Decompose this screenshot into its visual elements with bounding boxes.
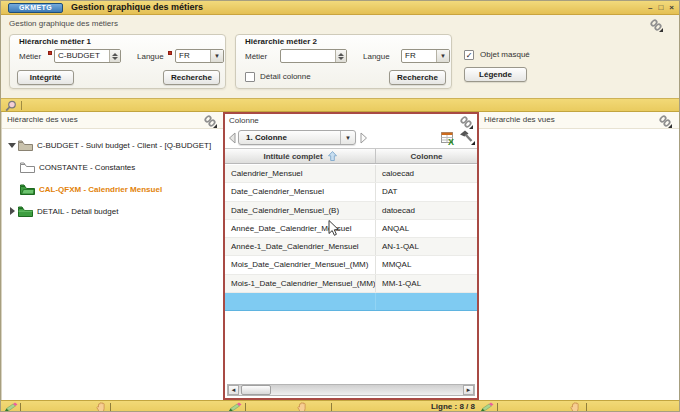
link-icon[interactable] — [459, 115, 473, 129]
tree-item-c-budget[interactable]: C-BUDGET - Suivi budget - Client - [Q-BU… — [2, 135, 223, 155]
edit-pencil-icon — [4, 402, 18, 412]
recherche-button-2[interactable]: Recherche — [389, 70, 446, 85]
detail-colonne-label: Détail colonne — [260, 70, 311, 84]
hand-pan-icon — [96, 402, 107, 412]
divider — [331, 403, 332, 411]
divider — [20, 403, 21, 411]
link-icon[interactable] — [658, 114, 672, 128]
status-bar: Ligne : 8 / 8 — [1, 400, 679, 412]
panel-title: Hiérarchie des vues — [484, 112, 555, 128]
objet-masque-checkbox[interactable]: ✓ — [464, 50, 474, 60]
chevron-down-icon[interactable]: ▼ — [210, 50, 223, 62]
table-row[interactable]: Année_Date_Calendrier_Mensuel ANQAL — [225, 220, 477, 238]
search-icon[interactable] — [5, 100, 17, 112]
spinner-icon[interactable] — [109, 50, 120, 62]
required-marker-icon — [48, 51, 52, 55]
folder-gray-icon — [18, 140, 33, 151]
selector-value: 1. Colonne — [239, 131, 340, 144]
close-button[interactable]: × — [669, 3, 674, 12]
horizontal-scrollbar[interactable]: ◄ ► — [227, 384, 475, 396]
row-counter: Ligne : 8 / 8 — [401, 401, 475, 412]
recherche-button-1[interactable]: Recherche — [163, 70, 220, 85]
minimize-button[interactable]: – — [648, 3, 652, 12]
edit-pencil-icon — [228, 402, 242, 412]
table-row[interactable]: Mois-1_Date_Calendrier_Mensuel_(MM) MM-1… — [225, 275, 477, 293]
table-row[interactable]: Date_Calendrier_Mensuel DAT — [225, 183, 477, 201]
colonne-panel: Colonne 1. Colonne ▼ — [223, 112, 479, 400]
divider — [586, 403, 587, 411]
link-icon[interactable] — [649, 18, 663, 32]
legende-button[interactable]: Légende — [464, 67, 527, 82]
langue-value: FR — [176, 50, 210, 62]
edit-pencil-icon — [480, 402, 494, 412]
maximize-button[interactable]: □ — [658, 3, 663, 12]
metier-label: Métier — [245, 50, 267, 64]
table-row[interactable]: Calendrier_Mensuel caloecad — [225, 165, 477, 183]
tree-item-label: DETAIL - Détail budget — [37, 207, 118, 216]
next-arrow-icon[interactable] — [360, 132, 368, 144]
check-icon: ✓ — [466, 51, 473, 60]
tree-item-detail[interactable]: DETAIL - Détail budget — [2, 201, 223, 221]
table-row[interactable]: Année-1_Date_Calendrier_Mensuel AN-1-QAL — [225, 238, 477, 256]
colonne-selector-dropdown[interactable]: 1. Colonne ▼ — [238, 130, 356, 145]
integrite-button[interactable]: Intégrité — [17, 70, 74, 85]
objet-masque-label: Objet masqué — [480, 48, 530, 62]
groupbox-hierarchie-metier-1: Hiérarchie métier 1 Métier C-BUDGET Lang… — [9, 34, 226, 89]
langue-combobox[interactable]: FR ▼ — [175, 49, 224, 63]
column-header-colonne[interactable]: Colonne — [376, 149, 477, 163]
menubar: Gestion graphique des métiers — [1, 16, 679, 32]
table-header: Intitulé complet Colonne — [225, 148, 477, 164]
folder-green-icon — [20, 184, 35, 195]
metier-combobox-2[interactable] — [280, 49, 347, 63]
tree-item-label-selected: CAL-QFXM - Calendrier Mensuel — [39, 185, 162, 194]
chevron-down-icon[interactable]: ▼ — [436, 50, 449, 62]
metier-value: C-BUDGET — [55, 50, 109, 62]
table-row[interactable]: Date_Calendrier_Mensuel_(B) datoecad — [225, 202, 477, 220]
left-views-panel: Hiérarchie des vues C-BUDGET - Suivi bud… — [1, 112, 223, 400]
spinner-icon[interactable] — [335, 50, 346, 62]
export-excel-icon[interactable]: X — [441, 131, 456, 145]
scroll-right-button[interactable]: ► — [463, 385, 474, 395]
column-table: Calendrier_Mensuel caloecad Date_Calendr… — [225, 165, 477, 311]
groupbox-hierarchie-metier-2: Hiérarchie métier 2 Métier Langue FR ▼ D… — [235, 34, 452, 89]
tree-item-constante[interactable]: CONSTANTE - Constantes — [2, 157, 223, 177]
column-header-intitule[interactable]: Intitulé complet — [225, 149, 376, 163]
tree-item-cal-qfxm[interactable]: CAL-QFXM - Calendrier Mensuel — [2, 179, 223, 199]
previous-arrow-icon[interactable] — [228, 132, 236, 144]
folder-green-icon — [18, 206, 33, 217]
hand-pan-icon — [297, 402, 308, 412]
chevron-down-icon[interactable]: ▼ — [340, 131, 355, 144]
metier-combobox[interactable]: C-BUDGET — [54, 49, 121, 63]
divider — [110, 403, 111, 411]
divider — [245, 403, 246, 411]
langue-combobox-2[interactable]: FR ▼ — [401, 49, 450, 63]
search-strip — [1, 98, 679, 112]
page-title: Gestion graphique des métiers — [9, 16, 118, 31]
tree-collapsed-icon[interactable] — [10, 207, 15, 215]
tree-expanded-icon[interactable] — [8, 143, 16, 148]
svg-text:X: X — [448, 137, 454, 146]
groupbox-title: Hiérarchie métier 1 — [19, 37, 91, 46]
scrollbar-thumb[interactable] — [241, 385, 271, 395]
tree-item-label: CONSTANTE - Constantes — [39, 163, 135, 172]
table-row[interactable]: Mois_Date_Calendrier_Mensuel_(MM) MMQAL — [225, 256, 477, 274]
langue-label: Langue — [137, 50, 164, 64]
table-row-selected-empty[interactable] — [225, 293, 477, 311]
metier-label: Métier — [19, 50, 41, 64]
metier-value — [281, 50, 335, 62]
langue-label: Langue — [363, 50, 390, 64]
divider — [497, 403, 498, 411]
link-icon[interactable] — [203, 114, 217, 128]
right-views-panel: Hiérarchie des vues — [479, 112, 680, 400]
required-marker-icon — [168, 51, 172, 55]
divider — [21, 101, 22, 110]
detail-colonne-checkbox[interactable] — [245, 72, 255, 82]
hammer-settings-icon[interactable] — [459, 130, 475, 145]
sort-ascending-icon[interactable] — [328, 151, 337, 161]
scroll-left-button[interactable]: ◄ — [228, 385, 239, 395]
hand-pan-icon — [570, 402, 581, 412]
app-code-badge: GKMETG — [8, 3, 63, 13]
title-bar: GKMETG Gestion graphique des métiers – □… — [1, 1, 679, 15]
colonne-toolbar: 1. Colonne ▼ X — [225, 128, 477, 148]
panel-title: Hiérarchie des vues — [7, 112, 78, 128]
